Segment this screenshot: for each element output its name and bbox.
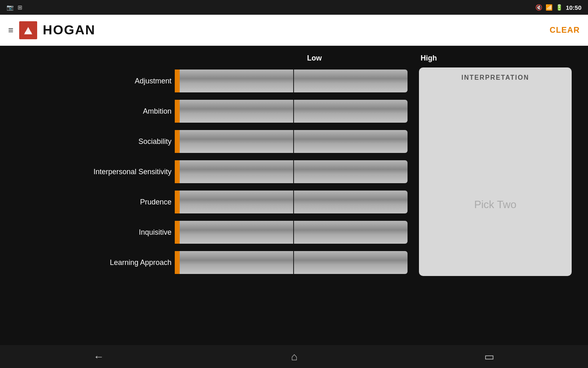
- traits-column: AdjustmentAmbitionSociabilityInterperson…: [16, 67, 172, 276]
- bar-high-interpersonal-sensitivity[interactable]: [294, 160, 408, 183]
- trait-label-ambition[interactable]: Ambition: [16, 98, 172, 125]
- trait-label-learning-approach[interactable]: Learning Approach: [16, 249, 172, 276]
- bar-wrapper-adjustment[interactable]: [175, 70, 408, 92]
- bar-low-inquisitive[interactable]: [180, 221, 294, 244]
- trait-label-interpersonal-sensitivity[interactable]: Interpersonal Sensitivity: [16, 158, 172, 185]
- bar-high-inquisitive[interactable]: [294, 221, 408, 244]
- bar-indicator-sociability: [175, 130, 180, 153]
- bar-high-sociability[interactable]: [294, 130, 408, 153]
- bar-indicator-learning-approach: [175, 251, 180, 274]
- bar-low-ambition[interactable]: [180, 100, 294, 123]
- trait-label-text-prudence: Prudence: [140, 198, 172, 206]
- bar-indicator-ambition: [175, 100, 180, 123]
- clear-button[interactable]: CLEAR: [550, 25, 580, 35]
- nav-bar: ← ⌂ ▭: [0, 345, 588, 368]
- bar-indicator-prudence: [175, 191, 180, 213]
- bar-indicator-inquisitive: [175, 221, 180, 244]
- bar-indicator-adjustment: [175, 70, 180, 92]
- recent-button[interactable]: ▭: [474, 348, 504, 366]
- mute-icon: 🔇: [535, 4, 542, 11]
- trait-label-text-inquisitive: Inquisitive: [139, 228, 172, 237]
- grid-icon: ⊞: [18, 4, 22, 11]
- trait-label-text-ambition: Ambition: [143, 107, 172, 116]
- bar-wrapper-prudence[interactable]: [175, 191, 408, 213]
- trait-label-text-interpersonal-sensitivity: Interpersonal Sensitivity: [94, 168, 172, 176]
- bar-wrapper-inquisitive[interactable]: [175, 221, 408, 244]
- hogan-logo-icon: [22, 25, 34, 36]
- bar-low-prudence[interactable]: [180, 191, 294, 213]
- bar-low-learning-approach[interactable]: [180, 251, 294, 274]
- bar-indicator-interpersonal-sensitivity: [175, 160, 180, 183]
- interpretation-title: INTERPRETATION: [461, 74, 529, 81]
- bar-row-adjustment[interactable]: [175, 67, 408, 94]
- trait-label-prudence[interactable]: Prudence: [16, 188, 172, 215]
- brand-name: HOGAN: [43, 22, 96, 38]
- svg-rect-2: [25, 32, 31, 34]
- bar-row-sociability[interactable]: [175, 128, 408, 155]
- bars-column: [175, 67, 408, 276]
- bar-row-interpersonal-sensitivity[interactable]: [175, 158, 408, 185]
- high-column-header: High: [372, 54, 486, 63]
- rows-container: AdjustmentAmbitionSociabilityInterperson…: [16, 67, 572, 276]
- trait-label-sociability[interactable]: Sociability: [16, 128, 172, 155]
- bar-low-sociability[interactable]: [180, 130, 294, 153]
- bar-low-adjustment[interactable]: [180, 70, 294, 92]
- bar-wrapper-learning-approach[interactable]: [175, 251, 408, 274]
- bar-high-learning-approach[interactable]: [294, 251, 408, 274]
- bar-wrapper-sociability[interactable]: [175, 130, 408, 153]
- interpretation-panel: INTERPRETATION Pick Two: [419, 67, 572, 276]
- bar-high-prudence[interactable]: [294, 191, 408, 213]
- column-headers: Low High: [16, 54, 572, 63]
- main-content: Low High AdjustmentAmbitionSociabilityIn…: [0, 46, 588, 345]
- bar-row-prudence[interactable]: [175, 188, 408, 215]
- status-bar: 📷 ⊞ 🔇 📶 🔋 10:50: [0, 0, 588, 15]
- trait-label-adjustment[interactable]: Adjustment: [16, 67, 172, 94]
- trait-label-text-learning-approach: Learning Approach: [110, 258, 172, 267]
- bar-row-ambition[interactable]: [175, 98, 408, 125]
- back-button[interactable]: ←: [84, 348, 114, 366]
- bar-low-interpersonal-sensitivity[interactable]: [180, 160, 294, 183]
- header: ≡ HOGAN CLEAR: [0, 15, 588, 46]
- trait-label-inquisitive[interactable]: Inquisitive: [16, 219, 172, 246]
- bar-row-learning-approach[interactable]: [175, 249, 408, 276]
- pick-two-label: Pick Two: [474, 198, 517, 211]
- home-button[interactable]: ⌂: [281, 348, 307, 366]
- bar-wrapper-interpersonal-sensitivity[interactable]: [175, 160, 408, 183]
- photo-icon: 📷: [7, 4, 13, 11]
- wifi-icon: 📶: [546, 4, 552, 11]
- trait-label-text-adjustment: Adjustment: [135, 77, 172, 85]
- battery-icon: 🔋: [556, 4, 563, 11]
- status-time: 10:50: [566, 4, 581, 11]
- bar-row-inquisitive[interactable]: [175, 219, 408, 246]
- bar-high-adjustment[interactable]: [294, 70, 408, 92]
- hamburger-menu[interactable]: ≡: [8, 25, 13, 36]
- trait-label-text-sociability: Sociability: [138, 137, 172, 146]
- logo-box: [19, 21, 37, 39]
- bar-wrapper-ambition[interactable]: [175, 100, 408, 123]
- low-column-header: Low: [257, 54, 372, 63]
- bar-high-ambition[interactable]: [294, 100, 408, 123]
